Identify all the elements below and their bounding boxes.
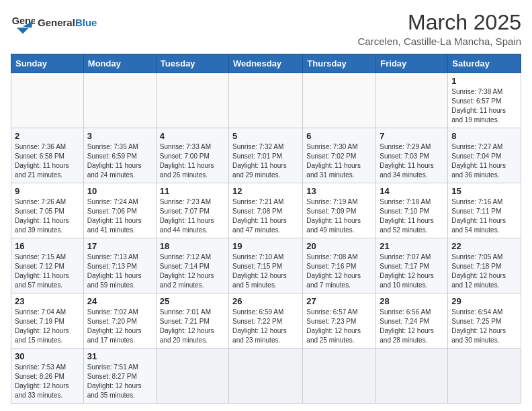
day-number: 7 xyxy=(380,131,444,141)
calendar-day-cell xyxy=(156,349,228,404)
calendar-day-cell: 12Sunrise: 7:21 AM Sunset: 7:08 PM Dayli… xyxy=(229,183,303,238)
day-number: 8 xyxy=(451,131,517,141)
calendar-day-cell xyxy=(229,349,303,404)
day-info: Sunrise: 7:04 AM Sunset: 7:19 PM Dayligh… xyxy=(15,308,80,345)
day-info: Sunrise: 7:27 AM Sunset: 7:04 PM Dayligh… xyxy=(451,142,517,180)
day-number: 1 xyxy=(451,76,517,86)
calendar-day-cell: 4Sunrise: 7:33 AM Sunset: 7:00 PM Daylig… xyxy=(156,128,228,183)
day-info: Sunrise: 7:24 AM Sunset: 7:06 PM Dayligh… xyxy=(87,197,152,235)
calendar-day-cell: 14Sunrise: 7:18 AM Sunset: 7:10 PM Dayli… xyxy=(376,183,448,238)
day-info: Sunrise: 7:05 AM Sunset: 7:18 PM Dayligh… xyxy=(451,253,517,290)
logo-general: General xyxy=(38,17,75,28)
calendar-day-cell: 5Sunrise: 7:32 AM Sunset: 7:01 PM Daylig… xyxy=(229,128,303,183)
day-number: 31 xyxy=(87,351,152,361)
day-info: Sunrise: 7:30 AM Sunset: 7:02 PM Dayligh… xyxy=(306,142,372,180)
location-title: Carcelen, Castille-La Mancha, Spain xyxy=(358,36,521,47)
day-info: Sunrise: 7:23 AM Sunset: 7:07 PM Dayligh… xyxy=(160,197,225,235)
calendar-day-cell xyxy=(229,73,303,128)
day-number: 11 xyxy=(160,186,225,196)
day-number: 25 xyxy=(160,296,225,306)
day-info: Sunrise: 7:10 AM Sunset: 7:15 PM Dayligh… xyxy=(232,253,299,290)
calendar-day-cell xyxy=(376,73,448,128)
calendar-day-cell: 31Sunrise: 7:51 AM Sunset: 8:27 PM Dayli… xyxy=(83,349,156,404)
calendar-day-cell: 19Sunrise: 7:10 AM Sunset: 7:15 PM Dayli… xyxy=(229,238,303,293)
weekday-header-saturday: Saturday xyxy=(448,54,521,73)
calendar-day-cell: 30Sunrise: 7:53 AM Sunset: 8:26 PM Dayli… xyxy=(11,349,84,404)
day-info: Sunrise: 7:33 AM Sunset: 7:00 PM Dayligh… xyxy=(160,142,225,180)
day-number: 17 xyxy=(87,241,152,251)
calendar-day-cell: 2Sunrise: 7:36 AM Sunset: 6:58 PM Daylig… xyxy=(11,128,84,183)
day-number: 20 xyxy=(306,241,372,251)
calendar-week-row: 23Sunrise: 7:04 AM Sunset: 7:19 PM Dayli… xyxy=(11,293,521,349)
calendar-day-cell: 7Sunrise: 7:29 AM Sunset: 7:03 PM Daylig… xyxy=(376,128,448,183)
day-info: Sunrise: 7:38 AM Sunset: 6:57 PM Dayligh… xyxy=(451,87,517,125)
calendar-day-cell: 9Sunrise: 7:26 AM Sunset: 7:05 PM Daylig… xyxy=(11,183,84,238)
calendar-day-cell: 24Sunrise: 7:02 AM Sunset: 7:20 PM Dayli… xyxy=(83,293,156,349)
day-info: Sunrise: 7:35 AM Sunset: 6:59 PM Dayligh… xyxy=(87,142,152,180)
calendar-week-row: 16Sunrise: 7:15 AM Sunset: 7:12 PM Dayli… xyxy=(11,238,521,293)
day-info: Sunrise: 7:18 AM Sunset: 7:10 PM Dayligh… xyxy=(380,197,444,235)
day-info: Sunrise: 7:07 AM Sunset: 7:17 PM Dayligh… xyxy=(380,253,444,290)
calendar-day-cell: 18Sunrise: 7:12 AM Sunset: 7:14 PM Dayli… xyxy=(156,238,228,293)
calendar-day-cell xyxy=(11,73,84,128)
calendar-day-cell: 15Sunrise: 7:16 AM Sunset: 7:11 PM Dayli… xyxy=(448,183,521,238)
day-number: 10 xyxy=(87,186,152,196)
day-info: Sunrise: 7:53 AM Sunset: 8:26 PM Dayligh… xyxy=(15,363,80,400)
day-number: 26 xyxy=(232,296,299,306)
day-info: Sunrise: 6:54 AM Sunset: 7:25 PM Dayligh… xyxy=(451,308,517,345)
calendar-day-cell xyxy=(303,349,376,404)
day-number: 28 xyxy=(380,296,444,306)
logo-icon: General xyxy=(11,11,35,35)
calendar-day-cell xyxy=(376,349,448,404)
weekday-header-wednesday: Wednesday xyxy=(229,54,303,73)
weekday-header-tuesday: Tuesday xyxy=(156,54,228,73)
day-info: Sunrise: 7:21 AM Sunset: 7:08 PM Dayligh… xyxy=(232,197,299,235)
calendar-day-cell xyxy=(156,73,228,128)
day-number: 4 xyxy=(160,131,225,141)
calendar-day-cell: 26Sunrise: 6:59 AM Sunset: 7:22 PM Dayli… xyxy=(229,293,303,349)
calendar-table: SundayMondayTuesdayWednesdayThursdayFrid… xyxy=(11,54,521,404)
weekday-header-monday: Monday xyxy=(83,54,156,73)
logo-blue: Blue xyxy=(75,17,97,28)
calendar-day-cell: 23Sunrise: 7:04 AM Sunset: 7:19 PM Dayli… xyxy=(11,293,84,349)
day-info: Sunrise: 6:59 AM Sunset: 7:22 PM Dayligh… xyxy=(232,308,299,345)
weekday-header-row: SundayMondayTuesdayWednesdayThursdayFrid… xyxy=(11,54,521,73)
day-info: Sunrise: 7:12 AM Sunset: 7:14 PM Dayligh… xyxy=(160,253,225,290)
calendar-day-cell: 1Sunrise: 7:38 AM Sunset: 6:57 PM Daylig… xyxy=(448,73,521,128)
logo: General GeneralBlue xyxy=(11,11,97,35)
calendar-day-cell: 13Sunrise: 7:19 AM Sunset: 7:09 PM Dayli… xyxy=(303,183,376,238)
calendar-week-row: 9Sunrise: 7:26 AM Sunset: 7:05 PM Daylig… xyxy=(11,183,521,238)
calendar-day-cell xyxy=(83,73,156,128)
weekday-header-friday: Friday xyxy=(376,54,448,73)
day-info: Sunrise: 7:13 AM Sunset: 7:13 PM Dayligh… xyxy=(87,253,152,290)
day-number: 3 xyxy=(87,131,152,141)
calendar-day-cell: 8Sunrise: 7:27 AM Sunset: 7:04 PM Daylig… xyxy=(448,128,521,183)
calendar-day-cell: 11Sunrise: 7:23 AM Sunset: 7:07 PM Dayli… xyxy=(156,183,228,238)
calendar-week-row: 30Sunrise: 7:53 AM Sunset: 8:26 PM Dayli… xyxy=(11,349,521,404)
weekday-header-thursday: Thursday xyxy=(303,54,376,73)
day-info: Sunrise: 7:16 AM Sunset: 7:11 PM Dayligh… xyxy=(451,197,517,235)
day-number: 6 xyxy=(306,131,372,141)
day-number: 18 xyxy=(160,241,225,251)
day-info: Sunrise: 7:29 AM Sunset: 7:03 PM Dayligh… xyxy=(380,142,444,180)
weekday-header-sunday: Sunday xyxy=(11,54,84,73)
day-number: 14 xyxy=(380,186,444,196)
day-number: 27 xyxy=(306,296,372,306)
day-number: 30 xyxy=(15,351,80,361)
day-info: Sunrise: 7:26 AM Sunset: 7:05 PM Dayligh… xyxy=(15,197,80,235)
day-number: 15 xyxy=(451,186,517,196)
calendar-day-cell: 16Sunrise: 7:15 AM Sunset: 7:12 PM Dayli… xyxy=(11,238,84,293)
month-title: March 2025 xyxy=(358,11,521,34)
day-number: 19 xyxy=(232,241,299,251)
day-number: 2 xyxy=(15,131,80,141)
day-info: Sunrise: 7:01 AM Sunset: 7:21 PM Dayligh… xyxy=(160,308,225,345)
calendar-day-cell: 25Sunrise: 7:01 AM Sunset: 7:21 PM Dayli… xyxy=(156,293,228,349)
calendar-day-cell: 6Sunrise: 7:30 AM Sunset: 7:02 PM Daylig… xyxy=(303,128,376,183)
day-info: Sunrise: 7:19 AM Sunset: 7:09 PM Dayligh… xyxy=(306,197,372,235)
calendar-week-row: 1Sunrise: 7:38 AM Sunset: 6:57 PM Daylig… xyxy=(11,73,521,128)
calendar-day-cell: 27Sunrise: 6:57 AM Sunset: 7:23 PM Dayli… xyxy=(303,293,376,349)
calendar-day-cell: 29Sunrise: 6:54 AM Sunset: 7:25 PM Dayli… xyxy=(448,293,521,349)
day-info: Sunrise: 7:51 AM Sunset: 8:27 PM Dayligh… xyxy=(87,363,152,400)
calendar-week-row: 2Sunrise: 7:36 AM Sunset: 6:58 PM Daylig… xyxy=(11,128,521,183)
day-info: Sunrise: 7:08 AM Sunset: 7:16 PM Dayligh… xyxy=(306,253,372,290)
